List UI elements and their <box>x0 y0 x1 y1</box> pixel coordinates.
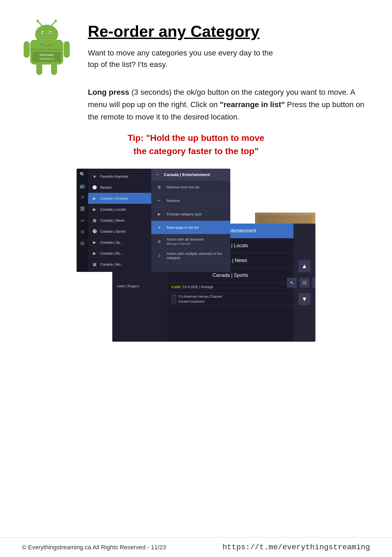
grid-icon-2: ▦ <box>91 261 97 267</box>
reorder-down-button[interactable]: ▼ <box>298 293 310 305</box>
nav-icons-col: 🔍 📺 ⟳ 🎬 ⇄ ⚙ ⏻ <box>77 169 88 272</box>
menu-item-rename[interactable]: ✏ Rename <box>151 194 230 207</box>
action-all-text-block: Action with all channels Manage channels <box>167 237 204 245</box>
reorder-side-rogers: nada | Rogers <box>112 280 167 292</box>
action-all-icon: ⊞ <box>156 238 163 245</box>
svg-point-7 <box>37 20 39 22</box>
sidebar-favorites[interactable]: ★ Favorite channels <box>88 171 151 182</box>
tip-line1: Tip: "Hold the up button to move <box>128 133 264 143</box>
sidebar-panel: ★ Favorite channels 🕐 Recent ▶ Canada | … <box>88 169 151 272</box>
back-arrow-icon: ← <box>156 172 160 177</box>
sidebar-entertainment-label: Canada | Entertai <box>100 196 128 200</box>
sidebar-favorites-label: Favorite channels <box>100 174 128 179</box>
nav-power-icon: ⏻ <box>79 240 86 247</box>
svg-rect-11 <box>64 41 70 58</box>
nav-arrows-icon: ⇄ <box>79 217 86 224</box>
sidebar-recent[interactable]: 🕐 Recent <box>88 182 151 193</box>
footer: © Everythingstreaming.ca All Rights Rese… <box>0 537 392 557</box>
long-press-bold: Long press <box>88 88 129 96</box>
action-multiple-icon: 3 <box>156 252 163 259</box>
sidebar-news[interactable]: ▦ Canada | News <box>88 215 151 226</box>
star-icon: ★ <box>91 173 97 179</box>
play-icon-1: ▶ <box>91 195 97 201</box>
svg-line-8 <box>52 21 55 25</box>
edit-icon: ✏ <box>156 197 163 204</box>
rearrange-icon: ≡ <box>156 224 163 231</box>
svg-point-4 <box>43 32 44 33</box>
sidebar-movies[interactable]: ▦ Canada | Mo... <box>88 259 151 270</box>
reorder-check-button[interactable]: ☑ <box>299 278 309 288</box>
context-menu-title: Canada | Entertainment <box>164 172 210 177</box>
play-icon-2: ▶ <box>91 206 97 212</box>
menu-change-type-label: Change category type <box>167 212 201 216</box>
trash-icon: 🗑 <box>156 183 163 191</box>
sidebar-rogers[interactable]: ▶ Canada | Ro... <box>88 248 151 259</box>
nav-search-icon: 🔍 <box>79 171 86 177</box>
sports-icon: ⚽ <box>91 228 97 234</box>
menu-item-change-type[interactable]: ▶ Change category type <box>151 207 230 221</box>
clock-icon: 🕐 <box>91 184 97 190</box>
url-text: https://t.me/everythingstreaming <box>222 543 370 552</box>
channel-row-2: Ancient Assassins <box>178 300 205 303</box>
title-area: Re-order any Category Want to move any c… <box>88 16 370 70</box>
svg-text:EVERYTHING: EVERYTHING <box>40 54 54 56</box>
sidebar-movies-label: Canada | Mo... <box>100 262 124 266</box>
page-container: EVERYTHING STREAMING.CA Re-order any Cat… <box>0 0 392 557</box>
context-menu-panel: ← Canada | Entertainment 🗑 Remove from t… <box>151 169 230 272</box>
tip-text: Tip: "Hold the up button to move the cat… <box>22 131 370 158</box>
reorder-topleft-button[interactable]: ↖ <box>287 278 297 288</box>
channel-row-1: CA American Heroes Channel <box>178 295 222 299</box>
header-section: EVERYTHING STREAMING.CA Re-order any Cat… <box>22 16 370 78</box>
nav-film-icon: 🎬 <box>79 205 86 212</box>
svg-point-5 <box>50 32 52 33</box>
action-all-sub: Manage channels <box>167 242 204 245</box>
grid-icon-1: ▦ <box>91 217 97 223</box>
nav-gear-icon: ⚙ <box>79 229 86 235</box>
menu-action-multiple-label: Action with multiple channels in the cat… <box>167 252 226 260</box>
menu-item-action-multiple[interactable]: 3 Action with multiple channels in the c… <box>151 249 230 263</box>
sidebar-rogers-label: Canada | Ro... <box>100 251 123 255</box>
reorder-btn-row: ↖ ☑ ↗ <box>287 278 315 288</box>
tip-section: Tip: "Hold the up button to move the cat… <box>22 131 370 158</box>
instructions-section: Long press (3 seconds) the ok/go button … <box>88 86 370 123</box>
svg-point-1 <box>35 25 58 44</box>
context-menu-screenshot: 🔍 📺 ⟳ 🎬 ⇄ ⚙ ⏻ ★ Favorite channels 🕐 <box>77 169 230 272</box>
svg-point-9 <box>55 20 57 22</box>
sidebar-locals-label: Canada | Locals <box>100 207 126 211</box>
sidebar-sports2-label: Canada | Sp... <box>100 240 123 244</box>
action-all-main: Action with all channels <box>167 237 204 241</box>
sidebar-sports[interactable]: ⚽ Canada | Sports <box>88 226 151 237</box>
nav-history-icon: ⟳ <box>79 194 86 200</box>
copyright-text: © Everythingstreaming.ca All Rights Rese… <box>22 544 166 551</box>
sidebar-sports2[interactable]: ▶ Canada | Sp... <box>88 237 151 248</box>
svg-rect-13 <box>51 63 57 75</box>
intro-text: Want to move any categories you use ever… <box>88 47 370 70</box>
nav-tv-icon: 📺 <box>79 182 86 189</box>
sidebar-news-label: Canada | News <box>100 218 125 222</box>
menu-item-rearrange[interactable]: ≡ Rearrange in the list <box>151 221 230 234</box>
android-logo: EVERYTHING STREAMING.CA <box>22 16 71 77</box>
svg-rect-10 <box>24 41 30 58</box>
reorder-up-button[interactable]: ▲ <box>298 260 310 272</box>
sidebar-locals[interactable]: ▶ Canada | Locals <box>88 204 151 215</box>
logo-area: EVERYTHING STREAMING.CA <box>22 16 77 78</box>
svg-text:STREAMING.CA: STREAMING.CA <box>39 58 54 60</box>
menu-rename-label: Rename <box>167 199 180 203</box>
menu-item-remove[interactable]: 🗑 Remove from the list <box>151 180 230 194</box>
sidebar-entertainment[interactable]: ▶ Canada | Entertai <box>88 193 151 204</box>
tip-line2: the category faster to the top" <box>133 146 259 156</box>
svg-rect-15 <box>32 52 61 62</box>
reorder-topright-button[interactable]: ↗ <box>312 278 315 288</box>
menu-remove-label: Remove from the list <box>167 185 199 189</box>
screenshots-area: 🔍 📺 ⟳ 🎬 ⇄ ⚙ ⏻ ★ Favorite channels 🕐 <box>77 169 315 339</box>
reorder-controls: ▲ ↖ ☑ ↗ ▼ <box>293 224 315 342</box>
sidebar-recent-label: Recent <box>100 185 111 190</box>
sidebar-sports-label: Canada | Sports <box>100 229 126 233</box>
menu-rearrange-label: Rearrange in the list <box>167 225 198 230</box>
menu-item-action-all[interactable]: ⊞ Action with all channels Manage channe… <box>151 234 230 249</box>
play-icon-4: ▶ <box>91 250 97 256</box>
svg-rect-12 <box>36 63 42 75</box>
context-menu-header: ← Canada | Entertainment <box>151 169 230 180</box>
page-title: Re-order any Category <box>88 22 370 40</box>
rearrange-bold: "rearrange in list" <box>220 100 285 109</box>
